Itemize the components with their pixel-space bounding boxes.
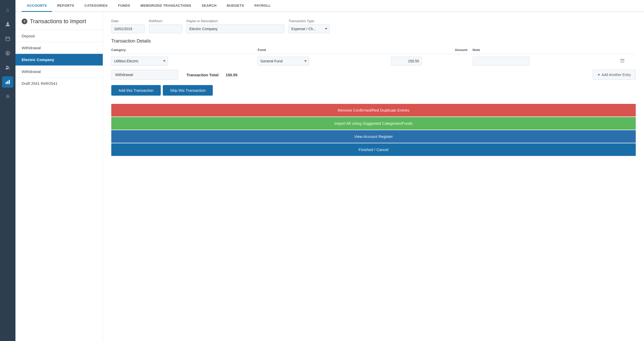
calendar-icon[interactable] — [2, 33, 13, 44]
nav-payroll[interactable]: PAYROLL — [249, 0, 276, 12]
help-icon[interactable]: ? — [22, 19, 27, 24]
note-cell — [473, 54, 619, 66]
date-input[interactable] — [111, 24, 145, 33]
dollar-icon[interactable] — [2, 47, 13, 59]
payee-input[interactable] — [187, 24, 284, 33]
skip-transaction-button[interactable]: Skip this Transaction — [163, 85, 213, 96]
person-icon[interactable] — [2, 62, 13, 73]
remove-duplicates-button[interactable]: Remove Confirmed/Red Duplicate Entries — [111, 104, 636, 117]
settings-icon[interactable] — [2, 91, 13, 102]
note-input[interactable] — [473, 57, 529, 65]
table-row: Utilities:Electric Food Housing Transpor… — [111, 54, 636, 66]
nav-memorized[interactable]: MEMORIZED TRANSACTIONS — [135, 0, 196, 12]
section-title: Transaction Details — [111, 38, 636, 44]
form-row: Date: Ref/Num: Payee or Description: Tra… — [111, 19, 636, 33]
delete-cell — [619, 54, 636, 66]
add-transaction-button[interactable]: Add this Transaction — [111, 85, 161, 96]
import-all-button[interactable]: Import All Using Suggested Categories/Fu… — [111, 117, 636, 130]
page-title-area: ? Transactions to Import — [15, 18, 103, 30]
contacts-icon[interactable] — [2, 19, 13, 30]
ref-group: Ref/Num: — [149, 19, 182, 33]
svg-rect-0 — [7, 22, 9, 24]
fund-select[interactable]: General Fund Savings Emergency Fund — [258, 57, 309, 65]
bottom-actions: Remove Confirmed/Red Duplicate Entries I… — [111, 104, 636, 156]
svg-rect-6 — [7, 81, 8, 84]
type-label: Transaction Type: — [289, 19, 330, 23]
footer-row: Transaction Total: 150.55 + Add Another … — [111, 70, 636, 80]
svg-rect-1 — [6, 37, 10, 41]
ref-input[interactable] — [149, 24, 182, 33]
left-panel: ? Transactions to Import Deposit Withdra… — [15, 12, 103, 341]
payee-group: Payee or Description: — [187, 19, 284, 33]
add-entry-label: Add Another Entry — [601, 73, 631, 77]
list-item-deposit[interactable]: Deposit — [15, 30, 103, 42]
nav-funds[interactable]: FUNDS — [113, 0, 135, 12]
right-panel: Date: Ref/Num: Payee or Description: Tra… — [103, 12, 644, 341]
sidebar: ⌂ — [0, 0, 15, 341]
date-label: Date: — [111, 19, 145, 23]
nav-budgets[interactable]: BUDGETS — [222, 0, 249, 12]
list-item-withdrawal-1[interactable]: Withdrawal — [15, 42, 103, 54]
page-title: Transactions to Import — [30, 18, 86, 25]
type-group: Transaction Type: Expense / Ch... Income… — [289, 19, 330, 33]
col-fund: Fund — [258, 48, 391, 54]
type-select[interactable]: Expense / Ch... Income Transfer — [289, 24, 330, 33]
payee-label: Payee or Description: — [187, 19, 284, 23]
col-note: Note — [473, 48, 619, 54]
view-register-button[interactable]: View Account Register — [111, 130, 636, 143]
withdrawal-input[interactable] — [111, 70, 178, 80]
svg-rect-9 — [621, 60, 624, 62]
chart-icon[interactable] — [2, 76, 13, 88]
amount-cell — [391, 54, 473, 66]
date-group: Date: — [111, 19, 145, 33]
nav-search[interactable]: SEARCH — [197, 0, 222, 12]
finished-cancel-button[interactable]: Finished / Cancel — [111, 143, 636, 156]
svg-rect-5 — [6, 82, 7, 84]
category-cell: Utilities:Electric Food Housing Transpor… — [111, 54, 258, 66]
details-table: Category Fund Amount Note Utilities:Elec… — [111, 48, 636, 65]
add-entry-button[interactable]: + Add Another Entry — [593, 70, 636, 80]
list-item-draft[interactable]: Draft 2541 Ref#2541 — [15, 77, 103, 89]
svg-point-4 — [8, 66, 9, 68]
ref-label: Ref/Num: — [149, 19, 182, 23]
svg-point-8 — [7, 96, 9, 97]
top-nav: ACCOUNTS REPORTS CATEGORIES FUNDS MEMORI… — [15, 0, 644, 12]
col-category: Category — [111, 48, 258, 54]
nav-reports[interactable]: REPORTS — [52, 0, 79, 12]
list-item-electric[interactable]: Electric Company — [15, 54, 103, 65]
list-item-withdrawal-2[interactable]: Withdrawal — [15, 65, 103, 77]
nav-accounts[interactable]: ACCOUNTS — [22, 0, 52, 12]
content-area: ? Transactions to Import Deposit Withdra… — [15, 12, 644, 341]
amount-input[interactable] — [391, 57, 422, 65]
total-label: Transaction Total: — [187, 73, 219, 77]
category-select[interactable]: Utilities:Electric Food Housing Transpor… — [111, 57, 168, 65]
col-amount: Amount — [391, 48, 473, 54]
plus-icon: + — [598, 72, 600, 77]
main-area: ACCOUNTS REPORTS CATEGORIES FUNDS MEMORI… — [15, 0, 644, 341]
action-buttons: Add this Transaction Skip this Transacti… — [111, 85, 636, 96]
delete-row-button[interactable] — [619, 57, 626, 65]
nav-categories[interactable]: CATEGORIES — [79, 0, 113, 12]
total-value: 150.55 — [226, 73, 238, 77]
home-icon[interactable]: ⌂ — [2, 4, 13, 15]
fund-cell: General Fund Savings Emergency Fund — [258, 54, 391, 66]
svg-rect-7 — [9, 80, 10, 84]
transaction-details-section: Transaction Details Category Fund Amount… — [111, 38, 636, 156]
svg-point-3 — [6, 66, 8, 67]
